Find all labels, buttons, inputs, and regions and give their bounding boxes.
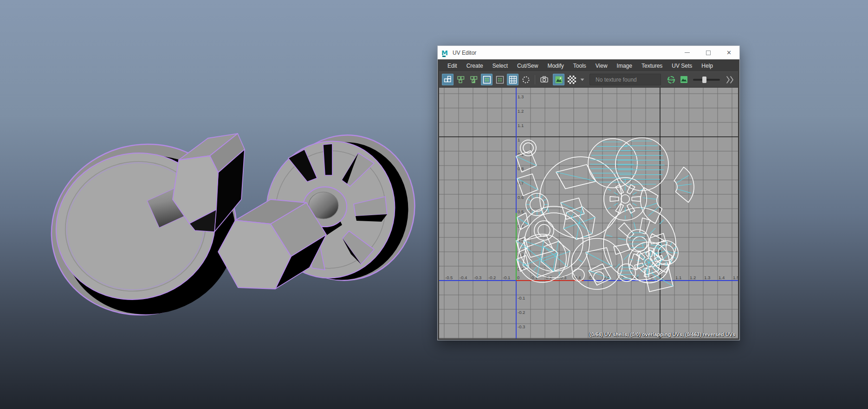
toolbar-separator (535, 75, 535, 84)
menu-item-view[interactable]: View (591, 60, 612, 71)
uv-editor-window[interactable]: M UV Editor ✕ EditCreateSelectCut/SewMod… (437, 45, 740, 340)
minimize-icon (685, 52, 690, 53)
maya-logo-icon: M (441, 49, 449, 57)
uv-distortion-icon (470, 76, 478, 84)
menu-item-select[interactable]: Select (488, 60, 512, 71)
double-chevron-right-icon (724, 76, 734, 84)
axis-label: 1.3 (518, 94, 524, 99)
toolbar: No texture found RGB (439, 71, 738, 88)
uv-tiles-button[interactable] (455, 74, 466, 85)
titlebar[interactable]: M UV Editor ✕ (438, 46, 739, 59)
axis-label: 1.3 (704, 275, 710, 280)
axis-label: 1 (518, 137, 520, 142)
maximize-button[interactable] (698, 46, 719, 59)
maya-tag (442, 56, 446, 57)
rgb-channels-icon: RGB (667, 75, 676, 84)
axis-label: 0 (517, 275, 519, 280)
axis-label: -0.3 (518, 324, 525, 329)
axis-label: -0.5 (445, 275, 453, 280)
rgb-channels-button[interactable]: RGB (665, 74, 677, 85)
texture-image-display-icon (555, 76, 563, 84)
axis-label: 1.4 (719, 275, 725, 280)
axis-label: -0.2 (518, 310, 525, 315)
axis-label: -0.1 (518, 295, 525, 300)
image-range-button[interactable] (678, 74, 690, 85)
menu-item-create[interactable]: Create (462, 60, 488, 71)
grid-border-dim-icon (496, 76, 504, 84)
uv-canvas[interactable]: -0.5-0.4-0.3-0.2-0.100.10.20.30.40.50.60… (439, 88, 738, 339)
menu-item-cut-sew[interactable]: Cut/Sew (512, 60, 543, 71)
axis-label: -0.3 (474, 275, 481, 280)
texture-dropdown[interactable] (579, 74, 585, 85)
dotted-circle-icon (521, 75, 531, 84)
checker-pattern-button[interactable] (566, 74, 577, 85)
close-icon: ✕ (726, 49, 732, 56)
toolbar-overflow-button[interactable] (723, 74, 735, 85)
svg-text:RGB: RGB (668, 78, 674, 81)
menu-item-edit[interactable]: Edit (443, 60, 462, 71)
close-button[interactable]: ✕ (719, 46, 739, 59)
minimize-button[interactable] (677, 46, 698, 59)
axis-label: 1.2 (518, 109, 524, 114)
axis-label: 1.1 (675, 275, 681, 280)
axis-label: -0.4 (460, 275, 467, 280)
maya-main-viewport[interactable]: { "viewport3d": { "background_top_color"… (0, 0, 868, 409)
texture-name-label: No texture found (596, 77, 637, 83)
window-title: UV Editor (453, 50, 476, 56)
dotted-circle-button[interactable] (520, 74, 531, 85)
uv-shell-selection-button[interactable] (442, 74, 453, 85)
menu-item-tools[interactable]: Tools (569, 60, 591, 71)
maximize-icon (706, 51, 711, 55)
window-client-area: EditCreateSelectCut/SewModifyToolsViewIm… (438, 59, 739, 340)
uv-tiles-icon (457, 76, 465, 84)
axis-label: 0.5 (518, 209, 524, 214)
disc-head-bolt[interactable] (33, 125, 255, 334)
uv-distortion-button[interactable] (468, 74, 479, 85)
axis-label: 1.5 (733, 275, 738, 280)
uv-snapshot-camera-icon (540, 75, 549, 84)
image-range-icon (680, 76, 688, 83)
texture-name-field: No texture found (589, 74, 661, 85)
dropdown-caret-icon (580, 78, 584, 81)
axis-label: -0.2 (488, 275, 496, 280)
pixel-grid-button[interactable] (507, 74, 518, 85)
grid-border-icon (483, 76, 491, 84)
menu-item-textures[interactable]: Textures (637, 60, 667, 71)
menu-item-modify[interactable]: Modify (543, 60, 568, 71)
uv-snapshot-button[interactable] (538, 74, 550, 85)
axis-label: -0.1 (503, 275, 510, 280)
grid-border-dim-button[interactable] (494, 74, 505, 85)
axis-label: 1.1 (518, 123, 524, 128)
axis-label: 1.2 (690, 275, 696, 280)
exposure-slider[interactable] (693, 74, 720, 85)
uv-shell-selection-icon (444, 76, 452, 84)
pixel-grid-icon (509, 76, 517, 84)
checker-pattern-icon (567, 75, 577, 84)
slider-handle[interactable] (702, 77, 706, 83)
hex-bolt-with-wheel[interactable] (218, 122, 428, 294)
menubar: EditCreateSelectCut/SewModifyToolsViewIm… (439, 60, 738, 71)
menu-item-image[interactable]: Image (612, 60, 637, 71)
texture-image-display-button[interactable] (553, 74, 564, 85)
grid-border-button[interactable] (481, 74, 492, 85)
menu-item-uv-sets[interactable]: UV Sets (667, 60, 697, 71)
menu-item-help[interactable]: Help (697, 60, 718, 71)
uv-grid-svg[interactable]: -0.5-0.4-0.3-0.2-0.100.10.20.30.40.50.60… (439, 88, 738, 339)
